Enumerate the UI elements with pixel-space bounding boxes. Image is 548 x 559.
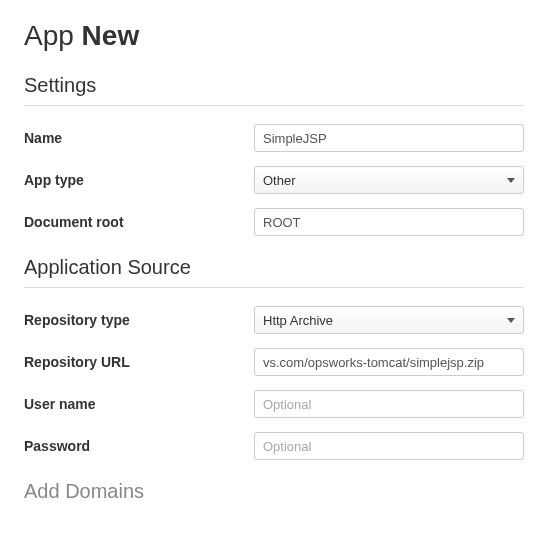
repo-type-select[interactable]: Http Archive: [254, 306, 524, 334]
row-document-root: Document root: [24, 208, 524, 236]
app-source-section: Repository type Http Archive Repository …: [24, 298, 524, 460]
name-input[interactable]: [254, 124, 524, 152]
row-repo-url: Repository URL: [24, 348, 524, 376]
user-name-input[interactable]: [254, 390, 524, 418]
password-input[interactable]: [254, 432, 524, 460]
repo-type-selected: Http Archive: [263, 313, 333, 328]
row-user-name: User name: [24, 390, 524, 418]
chevron-down-icon: [507, 178, 515, 183]
section-heading-settings: Settings: [24, 74, 524, 106]
label-repo-type: Repository type: [24, 312, 254, 328]
page-title: App New: [24, 20, 524, 52]
label-name: Name: [24, 130, 254, 146]
repo-url-input[interactable]: [254, 348, 524, 376]
label-document-root: Document root: [24, 214, 254, 230]
row-name: Name: [24, 124, 524, 152]
app-type-selected: Other: [263, 173, 296, 188]
section-heading-domains: Add Domains: [24, 480, 524, 511]
row-repo-type: Repository type Http Archive: [24, 306, 524, 334]
label-repo-url: Repository URL: [24, 354, 254, 370]
label-password: Password: [24, 438, 254, 454]
row-password: Password: [24, 432, 524, 460]
label-app-type: App type: [24, 172, 254, 188]
settings-section: Name App type Other Document root: [24, 116, 524, 236]
label-user-name: User name: [24, 396, 254, 412]
app-type-select[interactable]: Other: [254, 166, 524, 194]
chevron-down-icon: [507, 318, 515, 323]
document-root-input[interactable]: [254, 208, 524, 236]
page-title-prefix: App: [24, 20, 74, 51]
section-heading-app-source: Application Source: [24, 256, 524, 288]
page-title-name: New: [82, 20, 140, 51]
row-app-type: App type Other: [24, 166, 524, 194]
